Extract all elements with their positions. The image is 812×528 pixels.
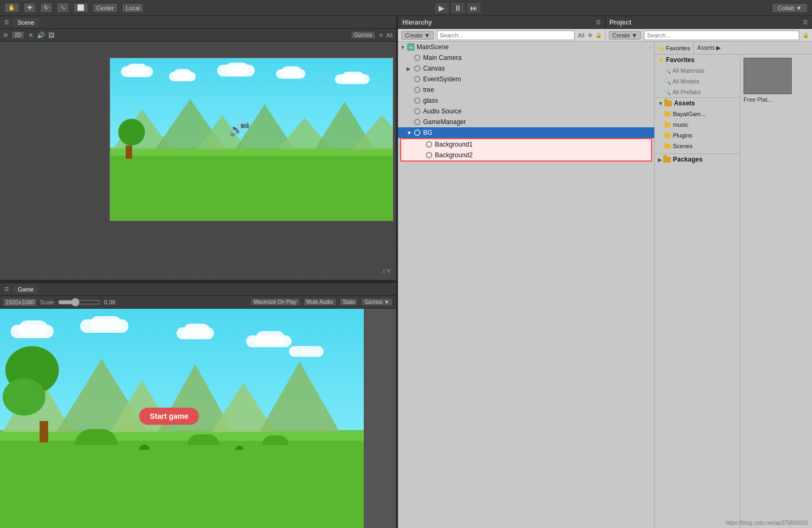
hand-tool-btn[interactable]: ✋ <box>4 3 19 13</box>
maximize-on-play-btn[interactable]: Maximize On Play <box>250 298 300 306</box>
bg-icon <box>413 128 422 137</box>
hierarchy-lock-icon: 🔒 <box>595 32 602 38</box>
all-prefabs-item[interactable]: 🔍 All Prefabs <box>655 87 740 97</box>
rect-tool-btn[interactable]: ⬜ <box>73 3 88 13</box>
hierarchy-search[interactable] <box>437 30 574 40</box>
hierarchy-filter-label: All <box>578 32 584 39</box>
scale-slider[interactable] <box>58 298 101 307</box>
hierarchy-close-btn[interactable]: ☰ <box>596 19 601 25</box>
favorites-tab[interactable]: ★ Favorites <box>655 42 693 54</box>
all-models-item[interactable]: 🔍 All Models <box>655 76 740 87</box>
hierarchy-title: Hierarchy <box>402 19 432 26</box>
bayatgam-item[interactable]: BayatGam... <box>655 109 740 119</box>
scale-tool-btn[interactable]: ⤡ <box>57 3 69 13</box>
mainscene-icon: M <box>407 43 415 51</box>
project-sidebar: ★ Favorites 🔍 All Materials 🔍 All Models <box>655 55 740 528</box>
tree-item-bg2[interactable]: Background2 <box>401 150 651 160</box>
bg-arrow: ▼ <box>407 130 413 136</box>
scene-tool-icon: ⚙ <box>3 32 8 38</box>
canvas-arrow: ▶ <box>407 66 413 72</box>
scene-panel-menu-icon[interactable]: ☰ <box>4 19 9 25</box>
game-gizmos-btn[interactable]: Gizmos ▼ <box>361 298 393 306</box>
bg1-icon <box>425 140 433 149</box>
mute-audio-btn[interactable]: Mute Audio <box>303 298 336 306</box>
music-item[interactable]: music <box>655 119 740 130</box>
bg2-icon <box>425 151 433 159</box>
stats-btn[interactable]: Stats <box>340 298 358 306</box>
assets-tab[interactable]: Assets ▶ <box>693 42 724 54</box>
step-btn[interactable]: ⏭ <box>466 2 481 14</box>
project-content: ★ Favorites 🔍 All Materials 🔍 All Models <box>655 55 812 528</box>
rotate-tool-btn[interactable]: ↻ <box>40 3 52 13</box>
project-lock-icon: 🔒 <box>802 32 809 38</box>
packages-group[interactable]: ▶ Packages <box>655 154 740 165</box>
game-panel-menu-icon[interactable]: ☰ <box>4 286 9 292</box>
main-layout: ☰ Scene ⚙ 2D ☀ 🔊 🖼 Gizmos ⊕ All <box>0 16 812 528</box>
star-icon: ★ <box>658 44 665 52</box>
mainscene-label: MainScene <box>417 43 449 51</box>
game-tab[interactable]: Game <box>13 285 38 294</box>
left-panel: ☰ Scene ⚙ 2D ☀ 🔊 🖼 Gizmos ⊕ All <box>0 16 396 528</box>
glass-icon <box>413 96 422 105</box>
plugins-folder-icon <box>664 133 671 138</box>
scenes-label: Scenes <box>673 143 693 149</box>
scene-tab[interactable]: Scene <box>13 18 39 27</box>
game-canvas[interactable]: Start game <box>0 309 396 528</box>
prefabs-search-icon: 🔍 <box>664 89 671 95</box>
mainscene-arrow: ▼ <box>400 44 407 50</box>
tree-item-maincamera[interactable]: Main Camera <box>398 52 654 63</box>
hierarchy-create-btn[interactable]: Create ▼ <box>401 31 434 40</box>
tree-item-canvas[interactable]: ▶ Canvas <box>398 63 654 74</box>
all-materials-item[interactable]: 🔍 All Materials <box>655 65 740 76</box>
favorites-group-label: Favorites <box>666 56 694 64</box>
tree-label: tree <box>423 86 434 94</box>
scenes-item[interactable]: Scenes <box>655 141 740 151</box>
bg-children-container: Background1 Background2 <box>400 138 652 162</box>
top-toolbar: ✋ ✚ ↻ ⤡ ⬜ Center Local ▶ ⏸ ⏭ Collab ▼ <box>0 0 812 16</box>
music-folder-icon <box>664 123 671 127</box>
move-tool-btn[interactable]: ✚ <box>24 3 36 13</box>
all-prefabs-label: All Prefabs <box>672 89 701 95</box>
favorites-label: Favorites <box>666 45 690 51</box>
favorites-group[interactable]: ★ Favorites <box>655 55 740 65</box>
scene-filter-label: All <box>386 32 393 39</box>
plugins-item[interactable]: Plugins <box>655 130 740 141</box>
tree-item-glass[interactable]: glass <box>398 95 654 106</box>
start-game-btn[interactable]: Start game <box>139 408 199 425</box>
tree-item-eventsystem[interactable]: EventSystem <box>398 74 654 85</box>
scale-label: Scale <box>40 299 55 305</box>
collab-btn[interactable]: Collab ▼ <box>772 3 808 13</box>
play-btn[interactable]: ▶ <box>434 2 449 14</box>
game-toolbar: 1920x1080 Scale 0.39 Maximize On Play Mu… <box>0 296 396 309</box>
pause-btn[interactable]: ⏸ <box>450 2 465 14</box>
hierarchy-filter-icon: ⊕ <box>588 32 592 38</box>
gizmos-btn[interactable]: Gizmos <box>351 31 376 39</box>
resolution-label: 1920x1080 <box>3 299 36 306</box>
local-btn[interactable]: Local <box>122 3 143 13</box>
tree-item-bg1[interactable]: Background1 <box>401 139 651 150</box>
bg1-label: Background1 <box>435 141 473 148</box>
project-search[interactable] <box>644 30 799 40</box>
scene-canvas-area[interactable]: 🔊 📷 X Y <box>0 42 396 280</box>
project-title: Project <box>610 19 632 26</box>
cam-label: Main Camera <box>423 54 462 62</box>
scene-view: ☰ Scene ⚙ 2D ☀ 🔊 🖼 Gizmos ⊕ All <box>0 16 396 280</box>
scene-search-sep: ⊕ <box>379 32 383 38</box>
free-plat-label: Free Plat... <box>744 96 772 103</box>
project-close-btn[interactable]: ☰ <box>803 19 808 25</box>
project-content-area: Free Plat... <box>740 55 812 528</box>
game-viewport-frame: 🔊 📷 <box>110 58 393 221</box>
eventsys-icon <box>413 75 422 83</box>
right-panel: Hierarchy ☰ Project ☰ Create ▼ All ⊕ 🔒 C… <box>398 16 812 528</box>
tree-item-audiosource[interactable]: Audio Source <box>398 106 654 117</box>
assets-group[interactable]: ▼ Assets <box>655 98 740 109</box>
tree-item-mainscene[interactable]: ▼ M MainScene ≡ <box>398 42 654 52</box>
tree-item-gamemanager[interactable]: GameManager <box>398 117 654 127</box>
image-icon: 🖼 <box>48 32 55 39</box>
pivot-btn[interactable]: Center <box>93 3 118 13</box>
tree-item-tree[interactable]: tree <box>398 85 654 95</box>
project-create-btn[interactable]: Create ▼ <box>609 31 641 40</box>
svg-marker-13 <box>257 362 342 437</box>
2d-btn[interactable]: 2D <box>11 31 25 39</box>
tree-item-bg[interactable]: ▼ BG <box>398 127 654 138</box>
